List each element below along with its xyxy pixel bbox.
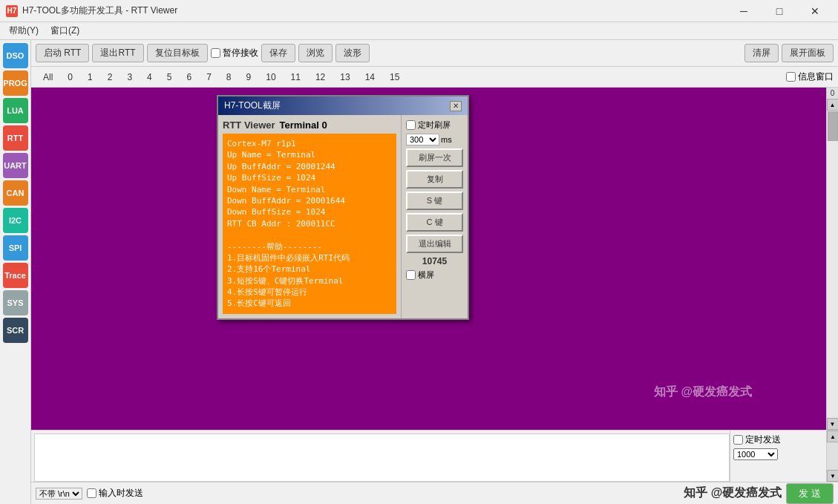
maximize-button[interactable]: □ bbox=[762, 1, 796, 21]
watermark: 知乎 @硬发癌发式 bbox=[654, 384, 752, 400]
sidebar-btn-dso[interactable]: DSO bbox=[3, 43, 28, 68]
sidebar-btn-rtt[interactable]: RTT bbox=[3, 125, 28, 151]
display-scrollbar: 0 ▲ ▼ bbox=[826, 88, 838, 430]
bottom-right-panel: 定时发送 1000 500 2000 bbox=[730, 431, 826, 482]
viewer-label: RTT Viewer bbox=[223, 120, 275, 131]
tab-2[interactable]: 2 bbox=[100, 69, 120, 85]
bottom-scroll-down[interactable]: ▼ bbox=[827, 470, 838, 482]
bottom-scroll-up[interactable]: ▲ bbox=[827, 431, 838, 442]
info-window-label[interactable]: 信息窗口 bbox=[786, 71, 834, 83]
pause-text: 暂停接收 bbox=[223, 47, 258, 59]
input-area[interactable] bbox=[34, 433, 730, 482]
timed-interval-row: 1000 500 2000 bbox=[733, 448, 823, 460]
timed-send-checkbox[interactable] bbox=[733, 435, 743, 445]
terminal-line-13: 4.长按S键可暂停运行 bbox=[227, 287, 392, 298]
tab-8[interactable]: 8 bbox=[219, 69, 239, 85]
terminal-line-1: Up Name = Terminal bbox=[227, 149, 392, 160]
dialog-title-bar: H7-TOOL截屏 ✕ bbox=[218, 96, 468, 115]
terminal-display: Cortex-M7 r1p1 Up Name = Terminal Up Buf… bbox=[223, 134, 396, 314]
timer-select[interactable]: 300 500 1000 bbox=[406, 134, 439, 145]
sidebar-btn-trace[interactable]: Trace bbox=[3, 263, 28, 288]
timer-unit: ms bbox=[441, 135, 452, 144]
dialog-right-panel: 定时刷屏 300 500 1000 ms bbox=[401, 115, 468, 318]
waveform-button[interactable]: 波形 bbox=[335, 44, 370, 62]
terminal-line-2: Up BuffAddr = 20001244 bbox=[227, 161, 392, 172]
send-on-input-checkbox[interactable] bbox=[87, 488, 96, 498]
info-window-checkbox[interactable] bbox=[786, 72, 796, 82]
tab-0[interactable]: 0 bbox=[60, 69, 80, 85]
terminal-label: Terminal 0 bbox=[280, 120, 327, 131]
terminal-line-10: 1.目标机固件中必须嵌入RTI代码 bbox=[227, 252, 392, 264]
app-icon: H7 bbox=[6, 5, 18, 17]
terminal-line-12: 3.短按S键、C键切换Terminal bbox=[227, 275, 392, 287]
timed-send-text: 定时发送 bbox=[745, 433, 781, 446]
main-layout: DSO PROG LUA RTT UART CAN I2C SPI Trace … bbox=[0, 40, 838, 504]
tab-14[interactable]: 14 bbox=[358, 69, 382, 85]
close-button[interactable]: ✕ bbox=[798, 1, 832, 21]
sidebar-btn-i2c[interactable]: I2C bbox=[3, 208, 28, 233]
scroll-down-button[interactable]: ▼ bbox=[827, 418, 839, 430]
tab-5[interactable]: 5 bbox=[160, 69, 180, 85]
menu-window[interactable]: 窗口(Z) bbox=[45, 23, 85, 39]
pause-checkbox[interactable] bbox=[211, 48, 220, 58]
terminal-line-8 bbox=[227, 229, 392, 240]
tab-9[interactable]: 9 bbox=[239, 69, 259, 85]
tab-1[interactable]: 1 bbox=[80, 69, 100, 85]
timed-send-label[interactable]: 定时发送 bbox=[733, 433, 823, 446]
tab-11[interactable]: 11 bbox=[284, 69, 308, 85]
timed-interval-select[interactable]: 1000 500 2000 bbox=[733, 448, 778, 460]
dialog-close-button[interactable]: ✕ bbox=[450, 101, 462, 111]
message-input[interactable] bbox=[35, 434, 729, 481]
sidebar-btn-can[interactable]: CAN bbox=[3, 180, 28, 206]
sidebar-btn-scr[interactable]: SCR bbox=[3, 318, 28, 343]
dialog-title-text: H7-TOOL截屏 bbox=[224, 99, 281, 112]
timer-checkbox[interactable] bbox=[406, 120, 416, 130]
sidebar-btn-lua[interactable]: LUA bbox=[3, 98, 28, 123]
expand-panel-button[interactable]: 展开面板 bbox=[782, 44, 834, 62]
tab-10[interactable]: 10 bbox=[258, 69, 283, 85]
browse-button[interactable]: 浏览 bbox=[298, 44, 333, 62]
menu-bar: 帮助(Y) 窗口(Z) bbox=[0, 22, 838, 40]
landscape-checkbox[interactable] bbox=[406, 270, 416, 280]
c-key-button[interactable]: C 键 bbox=[406, 213, 463, 232]
sidebar-btn-spi[interactable]: SPI bbox=[3, 235, 28, 261]
sidebar-btn-uart[interactable]: UART bbox=[3, 153, 28, 178]
tab-13[interactable]: 13 bbox=[333, 69, 357, 85]
title-bar-controls: ─ □ ✕ bbox=[727, 1, 832, 21]
tab-15[interactable]: 15 bbox=[382, 69, 407, 85]
pause-label[interactable]: 暂停接收 bbox=[211, 47, 258, 59]
tab-all[interactable]: All bbox=[36, 69, 60, 85]
menu-help[interactable]: 帮助(Y) bbox=[3, 23, 45, 39]
bottom-scroll-track[interactable] bbox=[827, 442, 838, 470]
clear-screen-button[interactable]: 清屏 bbox=[744, 44, 779, 62]
scroll-up-button[interactable]: ▲ bbox=[827, 99, 839, 111]
scroll-thumb[interactable] bbox=[828, 111, 838, 141]
tab-12[interactable]: 12 bbox=[308, 69, 333, 85]
reset-target-button[interactable]: 复位目标板 bbox=[147, 44, 208, 62]
tab-6[interactable]: 6 bbox=[179, 69, 199, 85]
tab-3[interactable]: 3 bbox=[120, 69, 140, 85]
refresh-once-button[interactable]: 刷屏一次 bbox=[406, 148, 463, 167]
scroll-track[interactable] bbox=[827, 111, 839, 418]
copy-button[interactable]: 复制 bbox=[406, 170, 463, 189]
send-button[interactable]: 发 送 bbox=[786, 483, 834, 504]
exit-rtt-button[interactable]: 退出RTT bbox=[92, 44, 143, 62]
exit-edit-button[interactable]: 退出编辑 bbox=[406, 235, 463, 253]
send-on-input-label[interactable]: 输入时发送 bbox=[87, 487, 143, 500]
sidebar-btn-prog[interactable]: PROG bbox=[3, 71, 28, 96]
line-ending-select[interactable]: 不带 \r\n bbox=[36, 488, 82, 500]
terminal-line-7: RTT CB Addr : 200011CC bbox=[227, 218, 392, 229]
save-button[interactable]: 保存 bbox=[261, 44, 295, 62]
dialog-header-row: RTT Viewer Terminal 0 bbox=[223, 120, 396, 131]
start-rtt-button[interactable]: 启动 RTT bbox=[36, 44, 89, 62]
landscape-row[interactable]: 横屏 bbox=[406, 269, 463, 281]
s-key-button[interactable]: S 键 bbox=[406, 192, 463, 210]
sidebar-btn-sys[interactable]: SYS bbox=[3, 290, 28, 315]
timer-check-row[interactable]: 定时刷屏 bbox=[406, 120, 463, 131]
screenshot-dialog: H7-TOOL截屏 ✕ RTT Viewer Terminal 0 bbox=[217, 95, 469, 320]
minimize-button[interactable]: ─ bbox=[727, 1, 761, 21]
tab-7[interactable]: 7 bbox=[199, 69, 219, 85]
tab-4[interactable]: 4 bbox=[140, 69, 160, 85]
content-area: 启动 RTT 退出RTT 复位目标板 暂停接收 保存 浏览 波形 清屏 展开面板… bbox=[31, 40, 838, 504]
terminal-line-5: Down BuffAddr = 20001644 bbox=[227, 195, 392, 206]
